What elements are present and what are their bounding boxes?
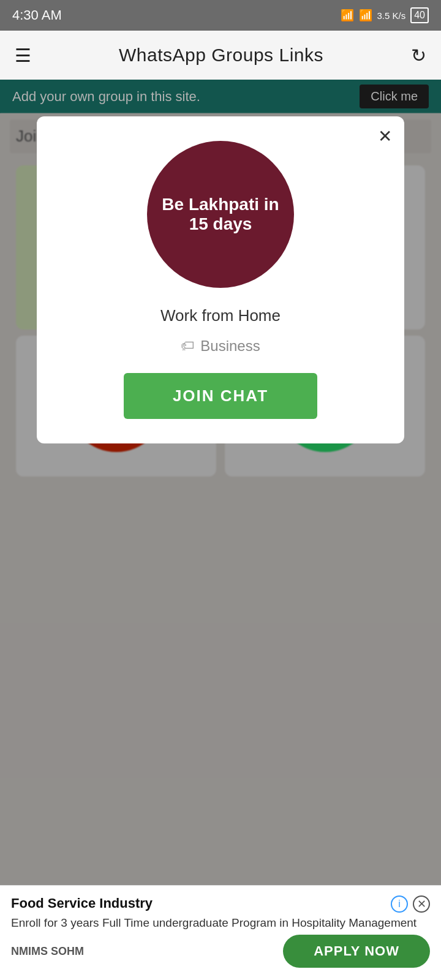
- battery-icon: 40: [410, 7, 429, 23]
- wifi-icon: 📶: [341, 9, 354, 22]
- modal-overlay[interactable]: ✕ Be Lakhpati in 15 days Work from Home …: [0, 80, 441, 980]
- network-speed: 3.5 K/s: [377, 10, 406, 21]
- modal-close-button[interactable]: ✕: [378, 126, 392, 146]
- status-time: 4:30 AM: [12, 7, 62, 23]
- ad-info-icon[interactable]: i: [391, 895, 408, 913]
- ad-header: Food Service Industry i ✕: [11, 895, 430, 913]
- modal-group-circle: Be Lakhpati in 15 days: [147, 141, 294, 288]
- join-chat-button[interactable]: JOIN CHAT: [124, 373, 317, 419]
- signal-icon: 📶: [359, 9, 372, 22]
- ad-title: Food Service Industry: [11, 895, 153, 911]
- menu-icon[interactable]: ☰: [15, 45, 31, 66]
- tag-icon: 🏷: [181, 338, 194, 354]
- modal-group-name: Work from Home: [160, 306, 281, 325]
- refresh-icon[interactable]: ↻: [411, 45, 426, 66]
- app-header: ☰ WhatsApp Groups Links ↻: [0, 31, 441, 80]
- status-bar: 4:30 AM 📶 📶 3.5 K/s 40: [0, 0, 441, 31]
- ad-footer: NMIMS SOHM APPLY NOW: [11, 935, 430, 968]
- ad-action-icons: i ✕: [391, 895, 430, 913]
- app-title: WhatsApp Groups Links: [119, 45, 323, 66]
- group-detail-modal: ✕ Be Lakhpati in 15 days Work from Home …: [37, 116, 404, 443]
- ad-sponsor: NMIMS SOHM: [11, 945, 84, 958]
- ad-description: Enroll for 3 years Full Time undergradua…: [11, 916, 430, 930]
- ad-banner: Food Service Industry i ✕ Enroll for 3 y…: [0, 885, 441, 980]
- modal-category-text: Business: [200, 337, 260, 355]
- status-icons: 📶 📶 3.5 K/s 40: [341, 7, 429, 23]
- ad-apply-button[interactable]: APPLY NOW: [283, 935, 430, 968]
- ad-close-icon[interactable]: ✕: [413, 895, 430, 913]
- modal-category: 🏷 Business: [181, 337, 260, 355]
